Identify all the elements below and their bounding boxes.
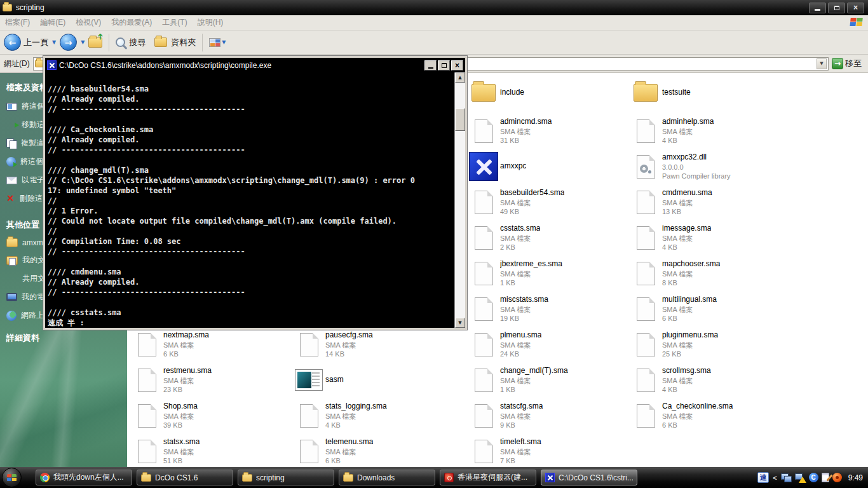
menu-item[interactable]: 編輯(E) (40, 17, 65, 28)
sma-file-icon (475, 262, 493, 285)
console-titlebar[interactable]: C:\DcOo CS1.6\cstrike\addons\amxmodx\scr… (45, 58, 465, 72)
forward-dropdown[interactable]: ▼ (81, 39, 85, 45)
menu-item[interactable]: 工具(T) (162, 17, 187, 28)
minimize-icon (428, 67, 433, 69)
notepad-icon[interactable] (822, 473, 829, 482)
file-tile[interactable]: amxxpc32.dll3.0.0.0Pawn Compiler library (629, 150, 787, 183)
file-tile[interactable]: include (467, 76, 625, 109)
up-button[interactable] (88, 37, 102, 48)
file-tile[interactable]: admincmd.smaSMA 檔案31 KB (467, 114, 625, 147)
file-tile[interactable]: change_mdl(T).smaSMA 檔案1 KB (467, 363, 625, 396)
file-tile-text: cmdmenu.smaSMA 檔案13 KB (662, 188, 712, 216)
file-tile[interactable]: miscstats.smaSMA 檔案19 KB (467, 292, 625, 325)
network-tray-icon[interactable] (781, 473, 792, 482)
file-tile[interactable]: stats_logging.smaSMA 檔案4 KB (292, 399, 450, 432)
minimize-button[interactable] (424, 60, 437, 71)
file-tile[interactable]: sasm (292, 363, 450, 396)
file-tile[interactable]: statsx.smaSMA 檔案51 KB (130, 435, 288, 467)
network-warning-icon[interactable] (795, 473, 806, 482)
file-tile[interactable]: amxxpc (467, 150, 625, 183)
file-icon-slot (292, 333, 325, 356)
folder-icon (6, 238, 18, 247)
tray-chevron-icon[interactable]: < (773, 474, 776, 482)
file-tile[interactable]: csstats.smaSMA 檔案2 KB (467, 221, 625, 254)
restore-button[interactable] (828, 3, 845, 13)
menu-item[interactable]: 檔案(F) (5, 17, 30, 28)
menu-item[interactable]: 說明(H) (198, 17, 224, 28)
sidebar-section-title[interactable]: 詳細資料 (6, 332, 127, 344)
file-size: 7 KB (500, 456, 541, 465)
file-tile[interactable]: adminhelp.smaSMA 檔案4 KB (629, 114, 787, 147)
taskbar-button[interactable]: 香港星夜伺服器(建... (440, 470, 536, 485)
publish-icon (6, 157, 16, 166)
file-name: admincmd.sma (500, 117, 552, 127)
taskbar-button[interactable]: C:\DcOo CS1.6\cstri... (541, 470, 637, 485)
taskbar-button[interactable]: Downloads (339, 470, 435, 485)
file-icon-slot (629, 191, 662, 214)
back-button[interactable]: ← 上一頁 (4, 34, 48, 51)
close-button[interactable]: × (451, 60, 463, 71)
file-size: 6 KB (325, 456, 373, 465)
file-tile[interactable]: cmdmenu.smaSMA 檔案13 KB (629, 186, 787, 219)
file-tile[interactable]: nextmap.smaSMA 檔案6 KB (130, 328, 288, 361)
close-icon: × (853, 4, 858, 11)
file-type: SMA 檔案 (163, 447, 200, 456)
file-tile[interactable]: restmenu.smaSMA 檔案23 KB (130, 363, 288, 396)
views-button[interactable]: ▼ (209, 38, 226, 47)
forward-button[interactable]: → (60, 34, 77, 51)
scroll-down-button[interactable]: ▼ (455, 318, 465, 328)
console-output: //// basebuilder54.sma // Already compil… (48, 74, 454, 328)
sma-file-icon (475, 119, 493, 143)
file-tile[interactable]: pausecfg.smaSMA 檔案14 KB (292, 328, 450, 361)
file-tile[interactable]: Ca_checkonline.smaSMA 檔案6 KB (629, 399, 787, 432)
file-tile[interactable]: jbextreme_es.smaSMA 檔案1 KB (467, 257, 625, 290)
file-icon-slot (467, 119, 500, 143)
file-tile[interactable]: scrollmsg.smaSMA 檔案4 KB (629, 363, 787, 396)
orange-app-icon[interactable] (832, 473, 842, 482)
sidebar-item-label: 複製這 (21, 138, 44, 149)
file-name: sasm (325, 375, 344, 385)
menu-item[interactable]: 我的最愛(A) (111, 17, 152, 28)
console-scrollbar[interactable]: ▲ ▼ (454, 72, 465, 328)
file-tile[interactable]: plmenu.smaSMA 檔案24 KB (467, 328, 625, 361)
clock: 9:49 (848, 473, 863, 482)
taskbar-button[interactable]: 我頭先down左個人... (36, 470, 132, 485)
ime-indicator[interactable]: 速 (757, 472, 769, 483)
sma-file-icon (300, 333, 318, 356)
file-tile[interactable]: multilingual.smaSMA 檔案6 KB (629, 292, 787, 325)
explorer-titlebar[interactable]: scripting × (0, 0, 868, 15)
window-controls: × (809, 3, 864, 13)
file-tile[interactable]: timeleft.smaSMA 檔案7 KB (467, 435, 625, 467)
start-button[interactable] (2, 468, 22, 487)
file-tile[interactable]: mapchooser.smaSMA 檔案8 KB (629, 257, 787, 290)
restore-icon (442, 63, 447, 68)
file-icon-slot (467, 226, 500, 250)
folders-label: 資料夾 (171, 37, 196, 48)
file-tile[interactable]: statscfg.smaSMA 檔案9 KB (467, 399, 625, 432)
go-arrow-icon: → (832, 58, 843, 69)
file-tile[interactable]: testsuite (629, 76, 787, 109)
back-dropdown[interactable]: ▼ (52, 39, 56, 45)
file-tile[interactable]: basebuilder54.smaSMA 檔案49 KB (467, 186, 625, 219)
scroll-up-button[interactable]: ▲ (455, 72, 465, 83)
restore-button[interactable] (438, 60, 450, 71)
bitcomet-icon[interactable] (809, 473, 818, 482)
minimize-button[interactable] (809, 3, 826, 13)
go-button[interactable]: → 移至 (832, 58, 864, 69)
address-dropdown-button[interactable]: ▼ (817, 58, 827, 69)
file-tile[interactable]: imessage.smaSMA 檔案4 KB (629, 221, 787, 254)
file-tile[interactable]: pluginmenu.smaSMA 檔案25 KB (629, 328, 787, 361)
search-button[interactable]: 搜尋 (116, 37, 146, 48)
file-name: cmdmenu.sma (662, 188, 712, 198)
file-tile[interactable]: telemenu.smaSMA 檔案6 KB (292, 435, 450, 467)
scroll-thumb[interactable] (455, 108, 465, 131)
close-button[interactable]: × (847, 3, 864, 13)
file-name: statscfg.sma (500, 402, 543, 412)
folders-button[interactable]: 資料夾 (154, 37, 196, 48)
menu-item[interactable]: 檢視(V) (76, 17, 101, 28)
file-tile[interactable]: Shop.smaSMA 檔案39 KB (130, 399, 288, 432)
file-name: Shop.sma (163, 402, 198, 412)
taskbar-button[interactable]: scripting (238, 470, 334, 485)
taskbar-button[interactable]: DcOo CS1.6 (137, 470, 233, 485)
file-size: 6 KB (662, 421, 733, 430)
